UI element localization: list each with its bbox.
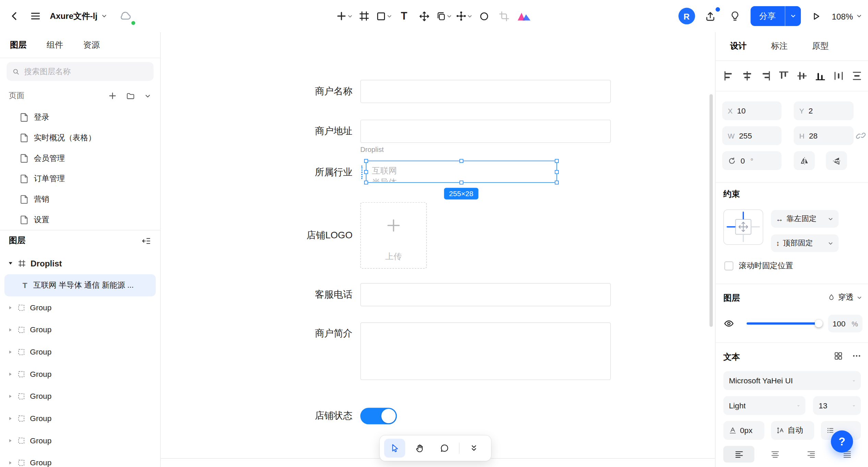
page-item[interactable]: 订单管理 — [0, 168, 160, 189]
tab-components[interactable]: 组件 — [47, 40, 63, 50]
disclosure-closed-icon[interactable] — [8, 460, 13, 465]
disclosure-closed-icon[interactable] — [8, 416, 13, 421]
duplicate-tool-button[interactable] — [435, 6, 453, 26]
canvas-label-merchant-address[interactable]: 商户地址 — [264, 125, 353, 138]
tab-layers[interactable]: 图层 — [10, 40, 27, 50]
components-tool-button[interactable] — [455, 6, 473, 26]
file-title-dropdown[interactable]: Axure文件-lj — [48, 11, 110, 22]
insert-tool-button[interactable] — [335, 6, 353, 26]
distribute-vertical-icon[interactable] — [851, 70, 862, 81]
distribute-horizontal-icon[interactable] — [833, 70, 844, 81]
canvas-label-logo[interactable]: 店铺LOGO — [264, 229, 353, 242]
page-item[interactable]: 营销 — [0, 189, 160, 209]
slider-knob[interactable] — [815, 320, 823, 327]
comment-mode-button[interactable] — [434, 439, 455, 458]
canvas-label-shop-status[interactable]: 店铺状态 — [264, 409, 353, 423]
link-dimensions-icon[interactable] — [856, 131, 866, 141]
disclosure-closed-icon[interactable] — [8, 327, 13, 332]
width-field[interactable]: W 255 — [722, 126, 782, 145]
cloud-sync-button[interactable] — [116, 6, 134, 26]
selection-handle[interactable] — [364, 159, 368, 163]
tab-annotate[interactable]: 标注 — [771, 41, 788, 52]
back-button[interactable] — [5, 6, 23, 26]
page-item[interactable]: 设置 — [0, 209, 160, 230]
tips-button[interactable] — [726, 6, 744, 26]
text-align-right-button[interactable] — [795, 446, 827, 463]
align-top-icon[interactable] — [778, 70, 789, 81]
select-mode-button[interactable] — [384, 439, 405, 458]
canvas-scrollbar[interactable] — [710, 94, 713, 327]
align-right-icon[interactable] — [760, 70, 771, 81]
share-split-button[interactable]: 分享 — [750, 6, 801, 26]
selection-handle[interactable] — [459, 159, 463, 163]
canvas-input-merchant-address[interactable] — [360, 120, 611, 143]
align-bottom-icon[interactable] — [815, 70, 826, 81]
collapse-toolbar-button[interactable] — [463, 439, 484, 458]
tab-design[interactable]: 设计 — [730, 41, 747, 52]
canvas-label-service-phone[interactable]: 客服电话 — [264, 288, 353, 301]
zoom-control[interactable]: 108% — [832, 11, 863, 21]
align-center-horizontal-icon[interactable] — [742, 70, 752, 81]
hand-mode-button[interactable] — [409, 439, 430, 458]
tab-prototype[interactable]: 原型 — [812, 41, 829, 52]
font-weight-select[interactable]: Light — [723, 396, 805, 415]
x-field[interactable]: X 10 — [722, 101, 782, 120]
canvas-input-merchant-name[interactable] — [360, 80, 611, 103]
y-field[interactable]: Y 2 — [794, 101, 854, 120]
layer-row-group[interactable]: Group — [0, 319, 160, 341]
selection-handle[interactable] — [555, 181, 558, 184]
layer-row-group[interactable]: Group — [0, 429, 160, 452]
help-button[interactable]: ? — [831, 430, 853, 453]
checkbox-icon[interactable] — [724, 262, 733, 271]
search-input[interactable] — [24, 67, 148, 76]
font-size-select[interactable]: 13 — [813, 396, 861, 415]
collapse-all-icon[interactable] — [141, 236, 151, 246]
droplist-frame-label[interactable]: Droplist — [360, 146, 384, 154]
community-logo-button[interactable] — [515, 6, 533, 26]
add-folder-icon[interactable] — [126, 91, 135, 100]
line-height-field[interactable]: 自动 — [771, 421, 814, 440]
shop-status-toggle[interactable] — [360, 408, 397, 424]
add-page-icon[interactable] — [108, 92, 117, 100]
shape-tool-button[interactable] — [375, 6, 393, 26]
layer-row-group[interactable]: Group — [0, 363, 160, 385]
disclosure-closed-icon[interactable] — [8, 349, 13, 355]
layer-search[interactable] — [7, 62, 153, 81]
opacity-field[interactable]: 100 % — [828, 315, 863, 333]
disclosure-closed-icon[interactable] — [8, 394, 13, 399]
slice-tool-button[interactable] — [495, 6, 513, 26]
selection-handle[interactable] — [555, 170, 558, 173]
more-options-icon[interactable] — [852, 351, 861, 360]
layer-row-group[interactable]: Group — [0, 385, 160, 407]
canvas-label-merchant-name[interactable]: 商户名称 — [264, 85, 353, 98]
visibility-eye-icon[interactable] — [723, 318, 734, 329]
selected-droplist-widget[interactable]: 互联网 半导体 — [366, 161, 557, 183]
canvas[interactable]: 商户名称 商户地址 Droplist 所属行业 互联网 半导体 — [161, 32, 715, 467]
layer-row-droplist[interactable]: Droplist — [0, 252, 160, 274]
disclosure-closed-icon[interactable] — [8, 305, 13, 310]
page-item[interactable]: 登录 — [0, 107, 160, 128]
canvas-label-industry[interactable]: 所属行业 — [264, 166, 353, 179]
horizontal-constraint-select[interactable]: ↔ 靠左固定 — [771, 210, 839, 228]
move-tool-button[interactable] — [415, 6, 433, 26]
layer-row-selected-text[interactable]: T 互联网 半导体 通信 新能源 ... — [4, 274, 156, 297]
text-tool-button[interactable]: T — [395, 6, 413, 26]
avatar[interactable]: R — [678, 8, 695, 24]
text-styles-grid-icon[interactable] — [834, 351, 843, 360]
align-middle-vertical-icon[interactable] — [796, 70, 807, 81]
opacity-slider[interactable] — [747, 322, 819, 324]
selection-handle[interactable] — [459, 181, 463, 184]
blend-mode-select[interactable]: 穿透 — [828, 292, 863, 302]
fix-on-scroll-checkbox[interactable]: 滚动时固定位置 — [724, 261, 793, 271]
layer-row-group[interactable]: Group — [0, 341, 160, 363]
canvas-label-merchant-intro[interactable]: 商户简介 — [264, 327, 353, 340]
main-menu-button[interactable] — [27, 6, 45, 26]
align-left-icon[interactable] — [723, 70, 734, 81]
selection-handle[interactable] — [364, 181, 368, 184]
page-item[interactable]: 实时概况（表格） — [0, 128, 160, 148]
preview-button[interactable] — [807, 6, 825, 26]
collapse-pages-icon[interactable] — [144, 92, 151, 99]
frame-tool-button[interactable] — [355, 6, 373, 26]
font-family-select[interactable]: Microsoft YaHei UI — [723, 371, 861, 390]
text-align-left-button[interactable] — [723, 446, 755, 463]
